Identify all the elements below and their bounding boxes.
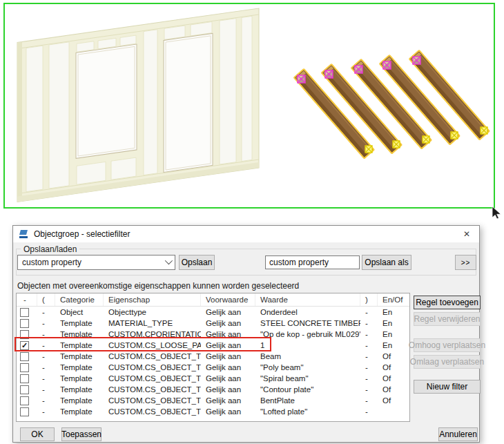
cell-paren-close: -: [360, 307, 378, 318]
ok-button[interactable]: OK: [20, 427, 55, 441]
row-checkbox[interactable]: ✓: [20, 330, 29, 339]
move-up-button[interactable]: Omhoog verplaatsen: [414, 338, 481, 352]
cell-category: Template: [55, 329, 104, 340]
row-checkbox[interactable]: ✓: [20, 374, 29, 383]
beam-end-handle[interactable]: [423, 136, 429, 143]
col-header-value[interactable]: Waarde: [255, 293, 360, 306]
col-header-condition[interactable]: Voorwaarde: [201, 293, 255, 306]
cell-value: "Lofted plate": [255, 406, 360, 417]
cell-paren-close: -: [360, 406, 378, 417]
cell-property: CUSTOM.CS_OBJECT_TYPE: [104, 362, 201, 373]
row-checkbox[interactable]: ✓: [20, 363, 29, 372]
cell-andor: Of: [378, 384, 409, 395]
row-checkbox[interactable]: ✓: [20, 341, 29, 350]
col-header-paren-open[interactable]: (: [37, 293, 55, 306]
col-header-property[interactable]: Eigenschap: [104, 293, 201, 306]
col-header-check[interactable]: -: [17, 293, 37, 306]
beam-end-handle[interactable]: [365, 146, 372, 153]
cell-property: MATERIAL_TYPE: [104, 318, 201, 329]
cell-property: Objecttype: [104, 307, 201, 318]
filter-name-input[interactable]: [265, 255, 360, 269]
beam-end-handle[interactable]: [451, 132, 458, 139]
combobox-value: custom property: [22, 258, 165, 267]
table-row[interactable]: ✓ - Template MATERIAL_TYPE Gelijk aan ST…: [17, 318, 409, 329]
table-row[interactable]: ✓ - Template CUSTOM.CS_OBJECT_TYPE Gelij…: [17, 406, 409, 417]
beam-start-handle[interactable]: [298, 75, 305, 83]
cell-paren-open: -: [37, 351, 55, 362]
cell-value: BentPlate: [255, 395, 360, 406]
cell-paren-close: -: [360, 362, 378, 373]
row-checkbox[interactable]: ✓: [20, 352, 29, 361]
cell-category: Template: [55, 318, 104, 329]
table-row[interactable]: ✓ - Template CUSTOM.CS_OBJECT_TYPE Gelij…: [17, 395, 409, 406]
cell-andor: Of: [378, 373, 409, 384]
close-icon: ✕: [463, 229, 470, 239]
table-row[interactable]: ✓ - Template CUSTOM.CPORIENTATION Gelijk…: [17, 329, 409, 340]
apply-button[interactable]: Toepassen: [61, 427, 101, 441]
cell-category: Template: [55, 351, 104, 362]
cell-category: Template: [55, 395, 104, 406]
save-as-button[interactable]: Opslaan als: [362, 255, 411, 270]
beam-end-handle[interactable]: [393, 141, 400, 148]
expand-button[interactable]: >>: [455, 255, 476, 270]
table-row-selected[interactable]: ✓ - Template CUSTOM.CS_LOOSE_PART Gelijk…: [17, 340, 409, 351]
close-button[interactable]: ✕: [454, 226, 479, 242]
col-header-paren-close[interactable]: ): [360, 293, 378, 306]
cell-condition: Gelijk aan: [201, 362, 255, 373]
mouse-cursor-icon: [492, 206, 503, 220]
cell-condition: Gelijk aan: [201, 384, 255, 395]
cell-andor: En: [378, 329, 409, 340]
table-row[interactable]: ✓ - Object Objecttype Gelijk aan Onderde…: [17, 307, 409, 318]
beam-start-handle[interactable]: [355, 66, 362, 73]
cell-andor: Of: [378, 351, 409, 362]
col-header-andor[interactable]: En/Of: [378, 293, 409, 306]
row-checkbox[interactable]: ✓: [20, 396, 29, 405]
beam-start-handle[interactable]: [325, 70, 333, 78]
model-viewport[interactable]: [3, 3, 495, 209]
cell-paren-close: -: [360, 351, 378, 362]
table-row[interactable]: ✓ - Template CUSTOM.CS_OBJECT_TYPE Gelij…: [17, 373, 409, 384]
beam-end-handle[interactable]: [481, 127, 487, 134]
new-filter-button[interactable]: Nieuw filter: [414, 380, 481, 394]
table-header-row: - ( Categorie Eigenschap Voorwaarde Waar…: [17, 293, 409, 307]
table-row[interactable]: ✓ - Template CUSTOM.CS_OBJECT_TYPE Gelij…: [17, 362, 409, 373]
cell-value: 1: [255, 340, 360, 351]
cell-property: CUSTOM.CS_OBJECT_TYPE: [104, 395, 201, 406]
table-row[interactable]: ✓ - Template CUSTOM.CS_OBJECT_TYPE Gelij…: [17, 384, 409, 395]
row-checkbox[interactable]: ✓: [20, 308, 29, 317]
cell-property: CUSTOM.CS_OBJECT_TYPE: [104, 406, 201, 417]
dialog-titlebar[interactable]: Objectgroep - selectiefilter ✕: [13, 226, 479, 242]
cell-paren-close: -: [360, 318, 378, 329]
cell-category: Template: [55, 406, 104, 417]
beam-start-handle[interactable]: [413, 57, 420, 64]
add-rule-button[interactable]: Regel toevoegen: [414, 296, 481, 309]
check-icon: ✓: [21, 342, 28, 349]
cell-value: "Spiral beam": [255, 373, 360, 384]
cell-property: CUSTOM.CS_LOOSE_PART: [104, 340, 201, 351]
row-checkbox[interactable]: ✓: [20, 407, 29, 416]
cell-paren-close: -: [360, 384, 378, 395]
remove-rule-button[interactable]: Regel verwijderen: [414, 312, 481, 326]
filter-rules-table: - ( Categorie Eigenschap Voorwaarde Waar…: [16, 293, 410, 422]
filter-select-combobox[interactable]: custom property: [17, 255, 175, 270]
cell-paren-open: -: [37, 307, 55, 318]
cell-andor: [378, 406, 409, 417]
cell-condition: Gelijk aan: [201, 329, 255, 340]
cell-andor: En: [378, 307, 409, 318]
col-header-category[interactable]: Categorie: [55, 293, 104, 306]
row-checkbox[interactable]: ✓: [20, 385, 29, 394]
row-checkbox[interactable]: ✓: [20, 319, 29, 328]
wall-panel[interactable]: [17, 8, 259, 202]
cancel-button[interactable]: Annuleren: [438, 427, 478, 441]
cell-paren-open: -: [37, 384, 55, 395]
cell-condition: Gelijk aan: [201, 307, 255, 318]
table-row[interactable]: ✓ - Template CUSTOM.CS_OBJECT_TYPE Gelij…: [17, 351, 409, 362]
save-button[interactable]: Opslaan: [179, 255, 215, 270]
cell-property: CUSTOM.CPORIENTATION: [104, 329, 201, 340]
beam-start-handle[interactable]: [383, 61, 391, 69]
cell-paren-open: -: [37, 362, 55, 373]
cell-andor: Of: [378, 362, 409, 373]
cell-condition: Gelijk aan: [201, 373, 255, 384]
move-down-button[interactable]: Omlaag verplaatsen: [414, 355, 481, 369]
cell-condition: Gelijk aan: [201, 406, 255, 417]
